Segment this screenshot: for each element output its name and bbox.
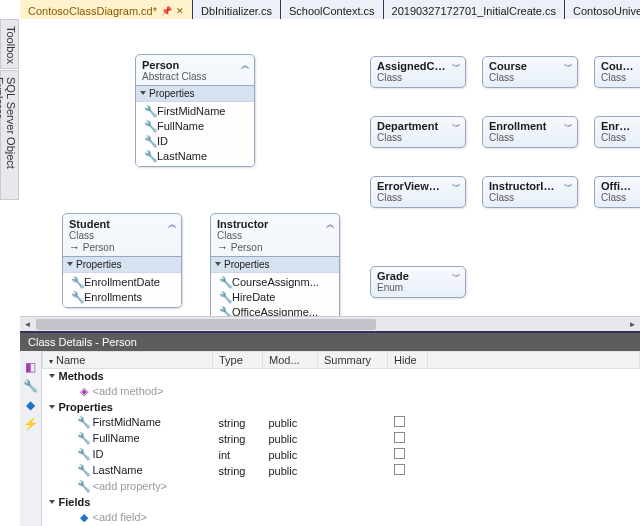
- toolbar-event-icon[interactable]: ⚡: [20, 417, 41, 431]
- class-box-mini[interactable]: OfficeAssClass: [594, 176, 640, 208]
- class-box-mini[interactable]: EnrollmeClass: [594, 116, 640, 148]
- property-item[interactable]: 🔧ID: [136, 134, 254, 149]
- property-row[interactable]: 🔧IDintpublic: [43, 447, 640, 463]
- tab-label: ContosoUniversity.csproj: [573, 5, 640, 17]
- column-header-summary[interactable]: Summary: [318, 352, 388, 369]
- chevron-up-icon[interactable]: ︽: [168, 218, 177, 231]
- close-icon[interactable]: ✕: [176, 6, 184, 16]
- document-tabstrip: ContosoClassDiagram.cd* 📌 ✕ DbInitialize…: [20, 0, 640, 19]
- group-properties[interactable]: Properties: [43, 400, 640, 415]
- column-header-type[interactable]: Type: [213, 352, 263, 369]
- pin-icon[interactable]: 📌: [161, 6, 172, 16]
- property-item[interactable]: 🔧HireDate: [211, 290, 339, 305]
- class-box-mini[interactable]: CourseClass︾: [482, 56, 578, 88]
- class-inherits: → Person: [69, 241, 175, 253]
- scrollbar-thumb[interactable]: [36, 319, 376, 330]
- chevron-down-icon[interactable]: ︾: [564, 61, 573, 74]
- chevron-down-icon[interactable]: ︾: [564, 121, 573, 134]
- wrench-icon: 🔧: [77, 448, 91, 461]
- wrench-icon: 🔧: [77, 416, 91, 429]
- class-box-mini[interactable]: CourseAsClass: [594, 56, 640, 88]
- scroll-left-icon[interactable]: ◄: [20, 317, 35, 332]
- tab-contoso-class-diagram[interactable]: ContosoClassDiagram.cd* 📌 ✕: [20, 0, 192, 19]
- column-header-modifier[interactable]: Mod...: [263, 352, 318, 369]
- section-header-properties[interactable]: Properties: [136, 86, 254, 102]
- arrow-icon: →: [69, 241, 80, 253]
- class-box-mini[interactable]: DepartmentClass︾: [370, 116, 466, 148]
- property-item[interactable]: 🔧LastName: [136, 149, 254, 164]
- group-methods[interactable]: Methods: [43, 369, 640, 384]
- class-name: Person: [142, 59, 248, 71]
- wrench-icon: 🔧: [144, 150, 154, 163]
- chevron-down-icon[interactable]: ︾: [452, 61, 461, 74]
- details-side-toolbar: ◧ 🔧 ◆ ⚡: [20, 351, 42, 526]
- wrench-icon: 🔧: [77, 464, 91, 477]
- tab-migration-initialcreate[interactable]: 20190327172701_InitialCreate.cs: [384, 0, 565, 19]
- property-item[interactable]: 🔧EnrollmentDate: [63, 275, 181, 290]
- class-box-mini[interactable]: EnrollmentClass︾: [482, 116, 578, 148]
- class-box-instructor[interactable]: Instructor Class → Person ︽ Properties 🔧…: [210, 213, 340, 323]
- class-kind: Class: [69, 230, 175, 241]
- wrench-icon: 🔧: [219, 291, 229, 304]
- class-details-panel: Class Details - Person ◧ 🔧 ◆ ⚡ ▾ Name Ty…: [20, 331, 640, 526]
- wrench-icon: 🔧: [77, 432, 91, 445]
- add-method-placeholder[interactable]: ◈<add method>: [43, 384, 213, 400]
- hide-checkbox[interactable]: [394, 464, 405, 475]
- group-fields[interactable]: Fields: [43, 495, 640, 510]
- horizontal-scrollbar[interactable]: ◄ ►: [20, 316, 640, 331]
- property-row[interactable]: 🔧LastNamestringpublic: [43, 463, 640, 479]
- class-box-person[interactable]: Person Abstract Class ︽ Properties 🔧Firs…: [135, 54, 255, 167]
- section-header-properties[interactable]: Properties: [211, 257, 339, 273]
- class-inherits: → Person: [217, 241, 333, 253]
- property-list: 🔧CourseAssignm... 🔧HireDate 🔧OfficeAssig…: [211, 273, 339, 322]
- column-header-name[interactable]: ▾ Name: [43, 352, 213, 369]
- class-name: Student: [69, 218, 175, 230]
- hide-checkbox[interactable]: [394, 448, 405, 459]
- tab-dbinitializer[interactable]: DbInitializer.cs: [193, 0, 280, 19]
- tab-schoolcontext[interactable]: SchoolContext.cs: [281, 0, 383, 19]
- wrench-icon: 🔧: [144, 105, 154, 118]
- column-header-hide[interactable]: Hide: [388, 352, 428, 369]
- scroll-right-icon[interactable]: ►: [625, 317, 640, 332]
- wrench-icon: 🔧: [77, 480, 91, 493]
- tab-label: SchoolContext.cs: [289, 5, 375, 17]
- property-item[interactable]: 🔧Enrollments: [63, 290, 181, 305]
- wrench-icon: 🔧: [144, 135, 154, 148]
- chevron-up-icon[interactable]: ︽: [241, 59, 250, 72]
- class-box-mini[interactable]: InstructorIndex...Class︾: [482, 176, 578, 208]
- property-item[interactable]: 🔧FullName: [136, 119, 254, 134]
- chevron-down-icon[interactable]: ︾: [452, 181, 461, 194]
- toolbar-property-icon[interactable]: 🔧: [20, 379, 41, 393]
- chevron-down-icon[interactable]: ︾: [564, 181, 573, 194]
- chevron-up-icon[interactable]: ︽: [326, 218, 335, 231]
- wrench-icon: 🔧: [219, 276, 229, 289]
- class-box-mini[interactable]: GradeEnum︾: [370, 266, 466, 298]
- class-kind: Class: [217, 230, 333, 241]
- property-row[interactable]: 🔧FullNamestringpublic: [43, 431, 640, 447]
- property-item[interactable]: 🔧CourseAssignm...: [211, 275, 339, 290]
- class-name: Instructor: [217, 218, 333, 230]
- section-header-properties[interactable]: Properties: [63, 257, 181, 273]
- class-box-mini[interactable]: AssignedCourse...Class︾: [370, 56, 466, 88]
- tab-label: 20190327172701_InitialCreate.cs: [392, 5, 557, 17]
- chevron-down-icon[interactable]: ︾: [452, 121, 461, 134]
- toolbox-side-tab[interactable]: Toolbox: [0, 19, 19, 69]
- add-property-placeholder[interactable]: 🔧<add property>: [43, 479, 213, 495]
- property-list: 🔧FirstMidName 🔧FullName 🔧ID 🔧LastName: [136, 102, 254, 166]
- toolbar-method-icon[interactable]: ◧: [20, 360, 41, 374]
- class-diagram-canvas[interactable]: Person Abstract Class ︽ Properties 🔧Firs…: [20, 19, 640, 331]
- hide-checkbox[interactable]: [394, 432, 405, 443]
- wrench-icon: 🔧: [71, 291, 81, 304]
- add-field-placeholder[interactable]: ◆<add field>: [43, 510, 213, 526]
- property-item[interactable]: 🔧FirstMidName: [136, 104, 254, 119]
- field-icon: ◆: [77, 511, 91, 524]
- class-details-grid[interactable]: ▾ Name Type Mod... Summary Hide Methods …: [42, 351, 640, 526]
- hide-checkbox[interactable]: [394, 416, 405, 427]
- property-row[interactable]: 🔧FirstMidNamestringpublic: [43, 415, 640, 431]
- chevron-down-icon[interactable]: ︾: [452, 271, 461, 284]
- toolbar-field-icon[interactable]: ◆: [20, 398, 41, 412]
- tab-csproj[interactable]: ContosoUniversity.csproj: [565, 0, 640, 19]
- class-box-student[interactable]: Student Class → Person ︽ Properties 🔧Enr…: [62, 213, 182, 308]
- class-box-mini[interactable]: ErrorViewModelClass︾: [370, 176, 466, 208]
- sql-object-explorer-side-tab[interactable]: SQL Server Object Explorer: [0, 70, 19, 200]
